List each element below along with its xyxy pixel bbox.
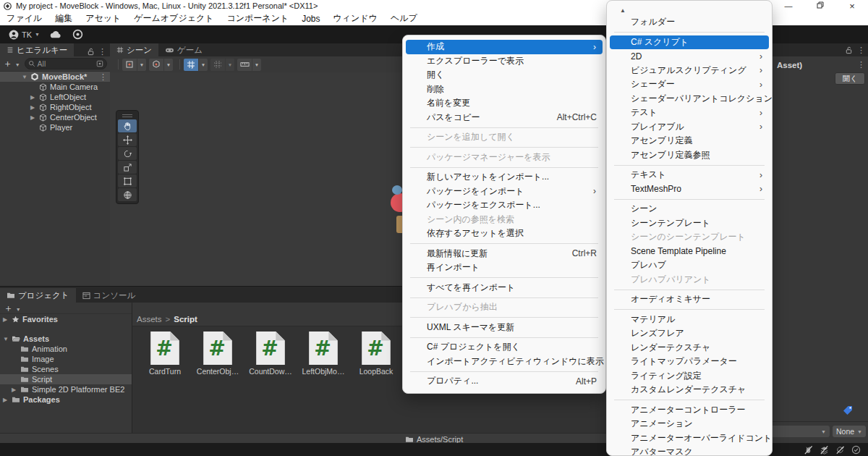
project-tree-item[interactable]: ▶Packages [0, 394, 132, 405]
expand-arrow-icon[interactable]: ▶ [30, 94, 35, 101]
menu-item[interactable]: レンズフレア [610, 326, 769, 341]
move-tool-button[interactable] [118, 133, 137, 146]
debugger-disabled-icon[interactable] [804, 445, 813, 455]
tab-console[interactable]: コンソール [76, 288, 142, 303]
expand-arrow-icon[interactable]: ▶ [3, 397, 7, 403]
kebab-menu-icon[interactable]: ⋮ [857, 60, 865, 69]
expand-arrow-icon[interactable]: ▶ [12, 387, 16, 393]
menu-item[interactable]: C# スクリプト [610, 35, 769, 50]
asset-item[interactable]: #CardTurn [140, 331, 190, 376]
menu-item[interactable]: シーン [610, 202, 769, 216]
menu-item[interactable]: テスト› [610, 106, 769, 120]
project-tree-item[interactable]: Animation [0, 344, 132, 354]
menu-item[interactable]: 2D› [610, 49, 769, 64]
lock-icon[interactable] [87, 48, 95, 56]
search-picker-icon[interactable] [96, 60, 103, 67]
expand-arrow-icon[interactable]: ▼ [3, 336, 9, 342]
tab-scene[interactable]: シーン [110, 43, 158, 56]
menu-item[interactable]: アセンブリ定義 [610, 134, 769, 148]
hierarchy-search-input[interactable]: All [25, 58, 107, 69]
open-script-button[interactable]: 開く [835, 72, 865, 85]
hierarchy-item[interactable]: Main Camera [0, 82, 110, 92]
kebab-menu-icon[interactable]: ⋮ [857, 46, 865, 55]
hierarchy-scene-row[interactable]: ▼MoveBlock*⋮ [0, 72, 110, 82]
menu-item[interactable]: パッケージをエクスポート... [406, 198, 603, 213]
menu-item[interactable]: インポートアクティビティウィンドウに表示 [406, 355, 603, 369]
kebab-menu-icon[interactable]: ⋮ [99, 72, 107, 82]
chevron-down-icon[interactable]: ▼ [225, 59, 234, 71]
kebab-menu-icon[interactable]: ⋮ [98, 47, 106, 56]
menu-item[interactable]: TextMeshPro› [610, 182, 769, 197]
menubar-item[interactable]: ヘルプ [384, 12, 424, 25]
project-tree-item[interactable]: ▼Assets [0, 334, 132, 344]
asset-item[interactable]: #LoopBack [351, 331, 401, 376]
auto-refresh-disabled-icon[interactable] [835, 445, 845, 455]
menu-item[interactable]: 最新情報に更新Ctrl+R [406, 247, 603, 261]
expand-arrow-icon[interactable]: ▶ [3, 316, 7, 323]
menu-item[interactable]: カスタムレンダーテクスチャ [610, 383, 769, 397]
menubar-item[interactable]: ウィンドウ [327, 12, 384, 25]
palette-drag-handle[interactable] [117, 112, 137, 119]
menu-item[interactable]: ライティング設定 [610, 369, 769, 384]
project-tree-item[interactable]: Image [0, 354, 132, 364]
chevron-down-icon[interactable]: ▼ [163, 59, 173, 71]
close-button[interactable]: × [836, 1, 868, 12]
menu-item[interactable]: アニメーターコントローラー [610, 403, 769, 418]
menu-item[interactable]: すべてを再インポート [406, 281, 603, 295]
menu-item[interactable]: Scene Template Pipeline [610, 245, 769, 259]
menu-item[interactable]: パスをコピーAlt+Ctrl+C [406, 111, 603, 125]
menu-item[interactable]: フォルダー [610, 15, 769, 30]
menu-item[interactable]: レンダーテクスチャ [610, 341, 769, 355]
rect-tool-button[interactable] [118, 174, 137, 187]
menu-item[interactable]: パッケージをインポート› [406, 185, 603, 199]
chevron-down-icon[interactable]: ▼ [137, 59, 146, 71]
hierarchy-item[interactable]: ▶RightObject [0, 102, 110, 112]
tab-game[interactable]: ゲーム [158, 43, 209, 56]
menu-item[interactable]: オーディオミキサー [610, 292, 769, 307]
chevron-down-icon[interactable]: ▼ [198, 59, 208, 71]
grid-snap-button[interactable]: y▼ [184, 59, 208, 71]
menu-item[interactable]: 削除 [406, 83, 603, 97]
progress-check-icon[interactable] [851, 445, 861, 455]
menu-item[interactable]: C# プロジェクトを開く [406, 340, 603, 355]
menu-item[interactable]: シーンテンプレート [610, 216, 769, 231]
menu-item[interactable]: エクスプローラーで表示 [406, 54, 603, 69]
asset-item[interactable]: #CenterObj… [192, 331, 243, 376]
transform-tool-button[interactable] [118, 188, 137, 201]
menu-item[interactable]: UXML スキーマを更新 [406, 321, 603, 335]
measure-button[interactable]: ▼ [237, 59, 261, 71]
project-tree-item[interactable]: Script [0, 374, 132, 384]
project-tree-item[interactable]: Scenes [0, 364, 132, 374]
menubar-item[interactable]: ファイル [0, 12, 48, 25]
menu-item[interactable]: プロパティ...Alt+P [406, 374, 603, 389]
menu-item[interactable]: マテリアル [610, 313, 769, 327]
account-dropdown[interactable]: TK ▼ [9, 30, 40, 40]
minimize-button[interactable]: — [773, 1, 804, 10]
menu-item[interactable]: テキスト› [610, 168, 769, 182]
hierarchy-item[interactable]: ▶CenterObject [0, 112, 110, 122]
chevron-down-icon[interactable]: ▼ [252, 59, 261, 71]
scale-tool-button[interactable] [118, 161, 137, 174]
menu-item[interactable]: 再インポート [406, 261, 603, 275]
expand-arrow-icon[interactable]: ▼ [22, 74, 27, 80]
hand-tool-button[interactable] [118, 119, 137, 132]
breadcrumb-current[interactable]: Script [174, 315, 197, 324]
asset-labels-tag-icon[interactable] [843, 405, 853, 415]
scroll-up-icon[interactable]: ▲ [607, 5, 772, 15]
tab-hierarchy[interactable]: ヒエラルキー [0, 43, 74, 56]
breadcrumb-root[interactable]: Assets [137, 315, 162, 324]
menu-item[interactable]: プレイアブル› [610, 120, 769, 135]
add-object-button[interactable]: ＋ ▼ [3, 57, 20, 70]
hierarchy-item[interactable]: Player [0, 122, 110, 132]
menubar-item[interactable]: 編集 [48, 12, 79, 25]
pivot-button[interactable]: ▼ [122, 59, 146, 71]
project-tree-item[interactable]: ▶Simple 2D Platformer BE2 [0, 384, 132, 394]
menu-item[interactable]: 依存するアセットを選択 [406, 227, 603, 241]
asset-item[interactable]: #LeftObjMo… [298, 331, 349, 376]
project-tree-item[interactable]: ▶Favorites [0, 314, 132, 324]
hierarchy-item[interactable]: ▶LeftObject [0, 92, 110, 102]
menu-item[interactable]: アニメーターオーバーライドコントローラー [610, 431, 769, 446]
menubar-item[interactable]: アセット [79, 12, 127, 25]
asset-item[interactable]: #CountDow… [245, 331, 296, 376]
menu-item[interactable]: アセンブリ定義参照 [610, 148, 769, 163]
